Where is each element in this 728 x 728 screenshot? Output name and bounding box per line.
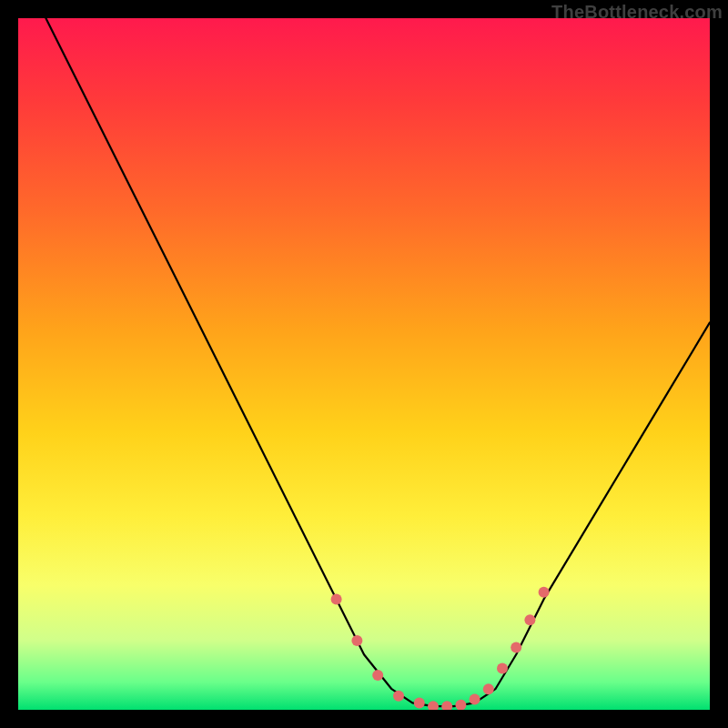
chart-area — [18, 18, 710, 710]
marker-point — [393, 691, 404, 702]
marker-point — [428, 701, 439, 710]
marker-point — [331, 593, 342, 604]
marker-point — [414, 697, 425, 708]
marker-point — [524, 614, 535, 625]
highlight-markers — [331, 587, 550, 710]
marker-point — [497, 662, 508, 673]
marker-point — [351, 635, 362, 646]
bottleneck-curve — [46, 18, 710, 706]
marker-point — [511, 642, 521, 653]
marker-point — [441, 701, 452, 710]
marker-point — [470, 694, 480, 705]
watermark-text: TheBottleneck.com — [551, 2, 723, 23]
marker-point — [455, 700, 466, 710]
marker-point — [483, 683, 494, 694]
plot-svg — [18, 18, 710, 710]
marker-point — [539, 587, 550, 598]
marker-point — [372, 670, 383, 681]
